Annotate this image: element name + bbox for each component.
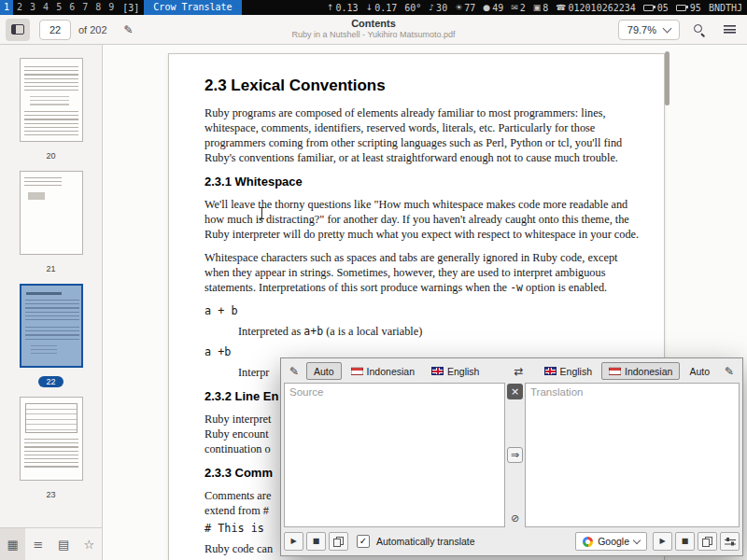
settings-sliders-icon	[725, 537, 736, 546]
page-number-input[interactable]	[39, 20, 71, 40]
battery-icon	[676, 5, 686, 11]
net-up-value: 0.13	[336, 3, 359, 13]
workspace-3[interactable]: 3	[26, 0, 39, 15]
copy-translation-button[interactable]	[698, 532, 717, 551]
battery-icon	[643, 5, 654, 11]
thumbnail-image	[20, 171, 83, 255]
search-button[interactable]	[686, 19, 711, 41]
source-language-auto-button[interactable]: Auto	[306, 362, 342, 380]
scrollbar-thumb[interactable]	[665, 51, 669, 105]
source-language-indonesian-button[interactable]: Indonesian	[344, 362, 422, 380]
thumbnail-page-23[interactable]: 23	[0, 397, 102, 497]
target-language-english-button[interactable]: English	[537, 362, 599, 380]
thumbnail-label: 22	[38, 376, 63, 387]
code-line: a + b	[204, 303, 643, 318]
arrow-right-icon: ⇒	[511, 450, 519, 460]
translation-output[interactable]	[525, 383, 740, 527]
copy-icon	[333, 537, 344, 547]
volume-value: 30	[436, 3, 447, 13]
annotations-view-button[interactable]: ▤	[51, 528, 77, 560]
sidebar-toggle-button[interactable]	[6, 19, 30, 41]
pencil-icon: ✎	[725, 366, 734, 377]
workspace-1[interactable]: 1	[0, 0, 13, 15]
chevron-down-icon	[633, 536, 641, 543]
zoom-selector[interactable]: 79.7%	[618, 20, 680, 40]
workspace-7[interactable]: 7	[78, 0, 92, 15]
volume-icon: ♪	[429, 3, 434, 12]
disk-value: 8	[543, 3, 548, 13]
speak-source-button[interactable]: ▶	[284, 532, 303, 551]
target-language-auto-button[interactable]: Auto	[682, 362, 717, 380]
engine-selector[interactable]: Google	[575, 532, 647, 551]
button-label: Auto	[689, 366, 710, 377]
thumbnail-label: 21	[46, 264, 55, 273]
workspace-5[interactable]: 5	[52, 0, 65, 15]
workspace-8[interactable]: 8	[92, 0, 105, 15]
clear-source-button[interactable]: ×	[507, 384, 523, 399]
text-run: (a is a local variable)	[323, 325, 422, 338]
check-icon: ✓	[359, 537, 367, 546]
language-toolbar: ✎ Auto Indonesian English ⇄ English Indo…	[284, 361, 740, 381]
annotate-button[interactable]: ✎	[117, 19, 141, 41]
thumbnail-label-row: 21	[46, 259, 55, 271]
phone-icon: ☎	[556, 3, 566, 12]
swap-icon: ⇄	[514, 366, 524, 377]
edit-target-languages-button[interactable]: ✎	[719, 362, 740, 380]
button-label: Indonesian	[625, 366, 672, 377]
star-icon: ☆	[84, 539, 95, 551]
brightness-icon: ☀	[455, 3, 462, 12]
stop-source-button[interactable]: ■	[306, 532, 326, 551]
outline-view-button[interactable]: ≡	[25, 528, 50, 560]
copy-source-button[interactable]	[329, 532, 348, 551]
workspace-6[interactable]: 6	[65, 0, 78, 15]
copy-translation-to-source-button[interactable]: ⊘	[507, 511, 523, 526]
thumbnail-image	[20, 284, 83, 368]
active-window-title: Crow Translate	[144, 0, 241, 15]
mail-value: 2	[520, 3, 526, 13]
mic-icon: ●	[483, 3, 490, 12]
text-cursor-pointer	[259, 207, 265, 219]
speak-translation-button[interactable]: ▶	[653, 532, 672, 551]
thumbnail-page-21[interactable]: 21	[0, 171, 102, 271]
uk-flag-icon	[544, 367, 557, 375]
source-language-english-button[interactable]: English	[424, 362, 486, 380]
workspace-2[interactable]: 2	[13, 0, 26, 15]
translate-button[interactable]: ⇒	[507, 447, 523, 463]
thumbnail-page-20[interactable]: 20	[0, 58, 102, 158]
indonesia-flag-icon	[351, 367, 363, 375]
phone-status: ☎012010262234	[556, 3, 635, 13]
auto-translate-checkbox[interactable]: ✓	[357, 535, 370, 548]
menu-button[interactable]	[717, 19, 741, 41]
annotations-icon: ▤	[58, 539, 69, 551]
pdf-viewer-headerbar: of 202 ✎ Contents Ruby in a Nutshell - Y…	[0, 15, 747, 45]
inline-code: a+b	[303, 325, 323, 338]
target-language-indonesian-button[interactable]: Indonesian	[601, 362, 680, 380]
settings-button[interactable]	[720, 532, 740, 551]
up-arrow-icon: ↑	[327, 3, 334, 12]
thumbnail-page-22-selected[interactable]: 22	[0, 284, 102, 384]
source-text-input[interactable]	[284, 383, 505, 527]
battery1-status: 05	[643, 3, 669, 13]
mail-status: ✉2	[511, 3, 526, 13]
paragraph: Whitespace characters such as spaces and…	[204, 250, 643, 295]
grid-icon: ▦	[7, 539, 18, 551]
workspace-4[interactable]: 4	[39, 0, 52, 15]
thumbnails-view-button[interactable]: ▦	[0, 528, 25, 560]
swap-languages-button[interactable]: ⇄	[509, 362, 529, 380]
pencil-icon: ✎	[289, 366, 299, 377]
button-label: Auto	[314, 366, 334, 377]
middle-controls: × ⇒ ⊘	[505, 383, 525, 527]
stop-translation-button[interactable]: ■	[675, 532, 695, 551]
workspace-9[interactable]: 9	[105, 0, 118, 15]
indonesia-flag-icon	[609, 367, 621, 375]
disk-status: ▣8	[533, 3, 549, 13]
thumbnail-table-graphic	[25, 403, 78, 433]
header-right-controls: 79.7%	[618, 19, 741, 41]
thumbnail-image	[20, 58, 83, 142]
keymap-value: BNDTHJ	[709, 3, 742, 13]
bookmarks-view-button[interactable]: ☆	[77, 528, 102, 560]
net-down-value: 0.17	[374, 3, 397, 13]
zoom-level: 79.7%	[627, 24, 656, 35]
paragraph: Ruby programs are composed of elements a…	[204, 105, 643, 165]
edit-source-languages-button[interactable]: ✎	[284, 362, 304, 380]
